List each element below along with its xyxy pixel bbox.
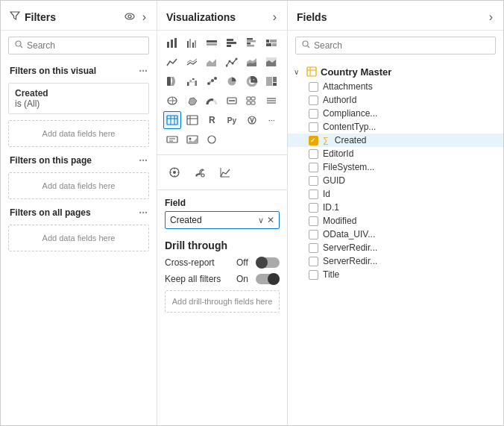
viz-icon-bar[interactable]: [163, 34, 181, 51]
drill-keep-filters-toggle[interactable]: On: [236, 274, 280, 284]
list-item[interactable]: Compliance...: [288, 107, 503, 120]
fields-header: Fields ›: [288, 1, 503, 31]
field-checkbox[interactable]: [309, 189, 318, 199]
filters-visual-more[interactable]: ···: [139, 65, 148, 77]
field-checkbox[interactable]: [309, 230, 318, 239]
viz-icon-multicard[interactable]: [243, 92, 261, 110]
viz-icon-arcgis[interactable]: [243, 111, 261, 129]
viz-icon-linemarks[interactable]: [223, 53, 241, 71]
fields-forward-icon[interactable]: ›: [488, 10, 494, 25]
fields-search-icon: [302, 40, 310, 51]
viz-format-icon[interactable]: [163, 161, 186, 184]
list-item[interactable]: Title: [288, 268, 503, 281]
field-checkbox[interactable]: [309, 176, 318, 186]
viz-forward-icon[interactable]: ›: [271, 10, 278, 25]
viz-icon-h100bar[interactable]: [262, 34, 280, 51]
viz-icon-table[interactable]: [163, 111, 181, 129]
viz-icon-matrix[interactable]: [183, 111, 201, 129]
viz-icon-stackedarea[interactable]: [243, 53, 261, 71]
filters-page-placeholder[interactable]: Add data fields here: [8, 172, 149, 199]
field-dropdown-chevron: ∨: [258, 216, 264, 225]
fields-search-box[interactable]: [295, 37, 496, 54]
list-item[interactable]: Modified: [288, 214, 503, 228]
field-checkbox[interactable]: [309, 163, 318, 172]
list-item[interactable]: ServerRedir...: [288, 241, 503, 254]
viz-icon-line[interactable]: [163, 53, 181, 71]
field-dropdown[interactable]: Created ∨ ✕: [165, 211, 280, 229]
filters-search-box[interactable]: [8, 37, 149, 54]
list-item[interactable]: ID.1: [288, 201, 503, 214]
list-item[interactable]: Id: [288, 187, 503, 201]
viz-icon-more[interactable]: ···: [262, 111, 280, 129]
svg-rect-15: [227, 45, 231, 47]
viz-icon-shape[interactable]: [203, 131, 221, 148]
field-group-country-master[interactable]: ∨ Country Master: [288, 63, 503, 80]
viz-icon-area[interactable]: [203, 53, 221, 71]
drill-cross-report-state: Off: [236, 257, 251, 268]
list-item[interactable]: ∑ Created: [288, 134, 503, 147]
viz-icon-py[interactable]: Py: [223, 111, 241, 129]
field-checkbox[interactable]: [309, 109, 318, 119]
filters-forward-icon[interactable]: ›: [141, 10, 148, 25]
viz-icon-r[interactable]: R: [203, 111, 221, 129]
filters-search-input[interactable]: [27, 40, 142, 51]
viz-paint-icon[interactable]: [189, 161, 211, 184]
viz-icon-hbar[interactable]: [223, 34, 241, 51]
viz-icon-scatter[interactable]: [203, 72, 221, 90]
viz-icon-100bar[interactable]: [203, 34, 221, 51]
viz-icon-image[interactable]: [183, 131, 201, 148]
viz-icon-cluster-bar[interactable]: [183, 34, 201, 51]
toggle-track-on[interactable]: [256, 274, 280, 284]
viz-icon-textbox[interactable]: [163, 131, 181, 148]
svg-rect-9: [192, 43, 194, 48]
viz-icon-donut[interactable]: [243, 72, 261, 90]
viz-icon-treemap[interactable]: [262, 72, 280, 90]
field-checkbox[interactable]: [309, 82, 318, 92]
viz-icon-map[interactable]: [163, 92, 181, 110]
viz-icon-ribbon[interactable]: [163, 72, 181, 90]
viz-icon-hcluster-bar[interactable]: [243, 34, 261, 51]
field-checkbox[interactable]: [309, 203, 318, 213]
list-item[interactable]: OData_UIV...: [288, 228, 503, 241]
svg-rect-33: [167, 77, 171, 86]
list-item[interactable]: ContentTyp...: [288, 120, 503, 134]
list-item[interactable]: AuthorId: [288, 93, 503, 107]
field-checkbox[interactable]: [309, 95, 318, 105]
list-item[interactable]: ServerRedir...: [288, 254, 503, 268]
funnel-icon: [10, 10, 20, 23]
toggle-track-off[interactable]: [256, 257, 280, 268]
viz-icon-fillmap[interactable]: [183, 92, 201, 110]
field-checkbox[interactable]: [309, 122, 318, 132]
field-checkbox[interactable]: [309, 243, 318, 253]
viz-icon-card[interactable]: [223, 92, 241, 110]
filters-visual-placeholder[interactable]: Add data fields here: [8, 120, 149, 147]
field-checkbox[interactable]: [309, 216, 318, 226]
list-item[interactable]: GUID: [288, 174, 503, 187]
filters-allpages-more[interactable]: ···: [139, 207, 148, 219]
field-dropdown-close[interactable]: ✕: [267, 215, 274, 225]
list-item[interactable]: FileSystem...: [288, 160, 503, 174]
viz-icon-pie[interactable]: [223, 72, 241, 90]
field-checkbox[interactable]: [309, 149, 318, 159]
svg-point-74: [173, 171, 176, 174]
list-item[interactable]: Attachments: [288, 80, 503, 93]
drill-cross-report-toggle[interactable]: Off: [236, 257, 280, 268]
filters-page-more[interactable]: ···: [139, 154, 148, 166]
viz-icon-stackedline[interactable]: [183, 53, 201, 71]
viz-icon-gauge[interactable]: [203, 92, 221, 110]
svg-rect-35: [189, 80, 192, 82]
field-checkbox-checked[interactable]: [309, 136, 318, 145]
field-checkbox[interactable]: [309, 257, 318, 266]
field-checkbox[interactable]: [309, 270, 318, 280]
viz-icon-100area[interactable]: [262, 53, 280, 71]
fields-search-input[interactable]: [314, 40, 489, 51]
viz-icon-waterfall[interactable]: [183, 72, 201, 90]
svg-rect-53: [251, 97, 255, 100]
viz-analytics-icon[interactable]: [214, 161, 236, 184]
viz-icon-slicer[interactable]: [262, 92, 280, 110]
filters-eye-icon[interactable]: [123, 10, 136, 24]
drill-placeholder[interactable]: Add drill-through fields here: [165, 290, 280, 313]
list-item[interactable]: EditorId: [288, 147, 503, 160]
filters-allpages-placeholder[interactable]: Add data fields here: [8, 225, 149, 251]
svg-rect-84: [307, 67, 316, 76]
